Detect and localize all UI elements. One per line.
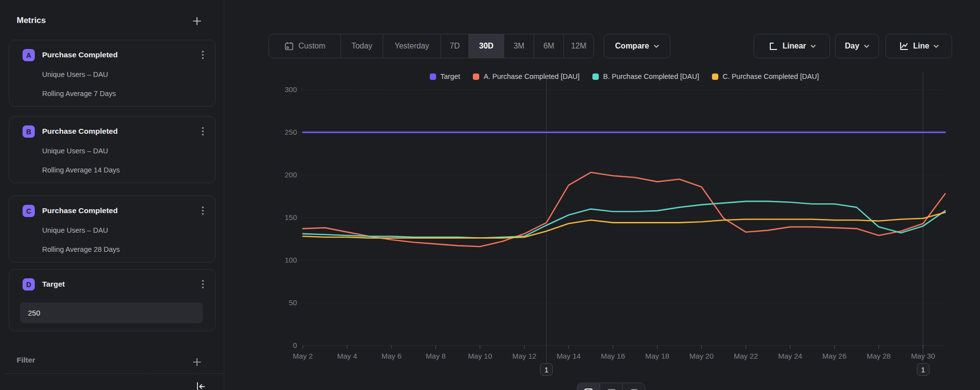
y-axis-label: 50: [289, 298, 297, 307]
display-mode-chart[interactable]: [577, 383, 600, 390]
x-axis-label: May 12: [512, 352, 536, 360]
y-axis-label: 300: [285, 85, 297, 94]
x-axis-label: May 8: [426, 352, 446, 360]
line-chart: 050100150200250300May 2May 4May 6May 8Ma…: [0, 0, 980, 390]
x-axis-label: May 28: [867, 352, 891, 360]
display-mode-split[interactable]: [600, 383, 622, 390]
x-axis-label: May 2: [293, 352, 313, 360]
series-line-c: [303, 213, 945, 238]
x-axis-label: May 4: [337, 352, 357, 360]
split-panel-icon: [607, 388, 616, 390]
annotation-badge[interactable]: 1: [540, 363, 553, 376]
y-axis-label: 100: [285, 256, 297, 264]
x-axis-label: May 24: [778, 352, 802, 360]
x-axis-label: May 18: [645, 352, 669, 360]
x-axis-label: May 14: [557, 352, 581, 360]
display-mode-table[interactable]: [622, 383, 645, 390]
chart-panel-icon: [584, 388, 593, 390]
series-line-a: [303, 172, 945, 246]
x-axis-label: May 20: [689, 352, 713, 360]
x-axis-label: May 16: [601, 352, 625, 360]
x-axis-label: May 22: [734, 352, 758, 360]
x-axis-label: May 6: [381, 352, 401, 360]
x-axis-label: May 10: [468, 352, 492, 360]
y-axis-label: 250: [285, 128, 297, 136]
y-axis-label: 150: [285, 213, 297, 221]
annotation-badge[interactable]: 1: [917, 363, 930, 376]
table-panel-icon: [629, 388, 639, 390]
x-axis-label: May 26: [822, 352, 846, 360]
y-axis-label: 200: [285, 171, 297, 179]
x-axis-label: May 30: [911, 352, 935, 360]
display-mode-switcher: [577, 383, 645, 390]
y-axis-label: 0: [293, 341, 297, 349]
